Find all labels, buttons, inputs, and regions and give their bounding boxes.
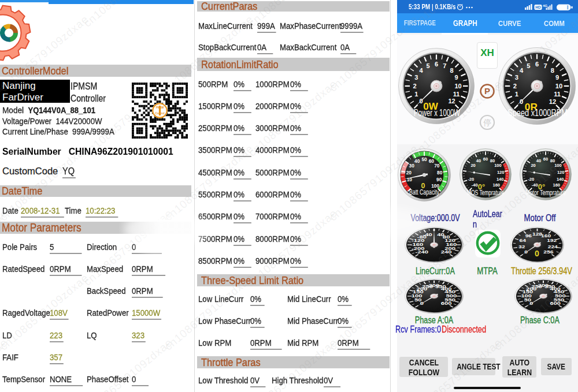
svg-text:50: 50 — [524, 298, 531, 302]
svg-text:30: 30 — [409, 163, 415, 169]
svg-text:80: 80 — [437, 170, 443, 176]
svg-text:4G: 4G — [543, 4, 547, 8]
svg-text:160: 160 — [541, 234, 551, 238]
svg-text:HD: HD — [535, 5, 541, 9]
svg-text:40: 40 — [476, 158, 481, 163]
svg-text:90: 90 — [436, 177, 442, 182]
svg-text:100: 100 — [412, 294, 423, 298]
svg-text:50: 50 — [421, 156, 427, 162]
svg-text:0: 0 — [419, 98, 423, 104]
svg-text:40: 40 — [414, 158, 420, 164]
svg-text:224: 224 — [548, 244, 558, 249]
svg-text:Speed x1000RPM: Speed x1000RPM — [507, 107, 568, 118]
svg-text:4: 4 — [419, 67, 423, 74]
svg-text:500: 500 — [446, 294, 457, 298]
svg-text:100: 100 — [521, 294, 531, 298]
svg-text:256: 256 — [543, 250, 553, 255]
svg-text:70: 70 — [434, 163, 440, 169]
svg-text:100: 100 — [494, 163, 502, 168]
svg-text:3: 3 — [414, 74, 418, 81]
svg-text:140: 140 — [557, 177, 564, 182]
svg-text:-40: -40 — [472, 182, 478, 188]
svg-text:6: 6 — [435, 61, 438, 68]
svg-text:Batt Capacity: Batt Capacity — [409, 188, 439, 196]
svg-text:60: 60 — [429, 158, 435, 164]
svg-text:9: 9 — [455, 74, 458, 81]
svg-text:-200: -200 — [412, 247, 425, 251]
svg-text:0: 0 — [520, 98, 523, 105]
svg-text:96: 96 — [525, 234, 532, 238]
svg-text:120: 120 — [497, 170, 505, 175]
svg-text:Control: Control — [155, 112, 165, 115]
svg-text:1: 1 — [515, 91, 518, 98]
svg-text:40: 40 — [536, 158, 541, 163]
svg-text:7: 7 — [543, 62, 547, 69]
svg-text:8: 8 — [551, 67, 554, 74]
svg-text:64: 64 — [520, 238, 527, 243]
svg-text:600: 600 — [441, 301, 452, 305]
svg-text:11: 11 — [453, 91, 460, 98]
svg-text:140: 140 — [497, 177, 504, 182]
svg-text:20: 20 — [406, 170, 412, 176]
svg-text:160: 160 — [492, 182, 500, 188]
svg-text:50: 50 — [414, 298, 422, 302]
svg-text:20: 20 — [470, 163, 475, 168]
svg-text:-20: -20 — [468, 177, 474, 182]
svg-text:12: 12 — [549, 98, 556, 105]
svg-text:60: 60 — [483, 156, 488, 162]
svg-text:192: 192 — [547, 238, 557, 243]
svg-text:60: 60 — [543, 156, 548, 162]
svg-text:12: 12 — [448, 98, 455, 104]
svg-text:160: 160 — [553, 182, 560, 188]
svg-text:9: 9 — [555, 74, 559, 81]
svg-text:5: 5 — [427, 62, 430, 69]
svg-text:2: 2 — [413, 83, 416, 89]
svg-text:停: 停 — [483, 118, 491, 127]
svg-text:7: 7 — [443, 62, 446, 69]
svg-text:11: 11 — [554, 91, 561, 98]
svg-text:1: 1 — [414, 91, 418, 98]
svg-text:8: 8 — [450, 67, 453, 74]
svg-text:20: 20 — [531, 163, 535, 168]
svg-text:MOS Temprature: MOS Temprature — [467, 189, 504, 197]
svg-text:450: 450 — [444, 290, 455, 294]
svg-text:10: 10 — [454, 83, 461, 89]
svg-text:-160: -160 — [410, 242, 424, 247]
svg-text:32: 32 — [518, 244, 525, 249]
svg-text:10: 10 — [555, 83, 562, 89]
svg-text:-40: -40 — [423, 233, 432, 237]
svg-text:2: 2 — [513, 83, 517, 89]
svg-text:PMSM: PMSM — [156, 106, 164, 109]
